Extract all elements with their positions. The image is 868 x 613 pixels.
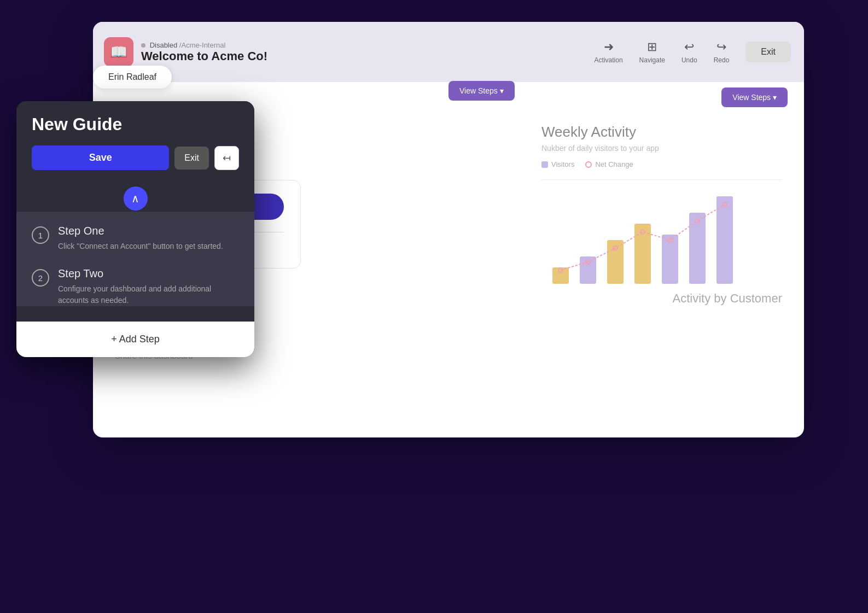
view-steps-button[interactable]: View Steps ▾	[721, 87, 788, 107]
step-two-desc: Configure your dashboard and add additio…	[58, 283, 239, 306]
toggle-chevron-icon: ∧	[131, 192, 139, 205]
activity-by-customer: Activity by Customer	[541, 291, 782, 306]
legend-net-change: Net Change	[585, 160, 633, 168]
activation-label: Activation	[595, 56, 623, 64]
redo-icon: ↪	[716, 40, 726, 54]
redo-label: Redo	[714, 56, 730, 64]
status-text: Disabled	[150, 41, 178, 49]
guide-title: New Guide	[32, 114, 239, 135]
collapse-button[interactable]: ↤	[214, 146, 239, 170]
weekly-activity-subtitle: Nukber of daily visitors to your app	[541, 144, 659, 153]
toolbar-left: 📖 Disabled /Acme-Internal Welcome to Acm…	[104, 37, 267, 67]
step-one-desc: Click "Connect an Account" button to get…	[58, 241, 223, 252]
toolbar-status: Disabled /Acme-Internal	[141, 41, 267, 49]
add-step-button[interactable]: + Add Step	[16, 322, 254, 357]
step-two-title: Step Two	[58, 267, 239, 280]
activation-action[interactable]: ➜ Activation	[595, 40, 623, 64]
app-icon: 📖	[104, 37, 133, 67]
net-change-legend-label: Net Change	[595, 160, 633, 168]
toolbar: 📖 Disabled /Acme-Internal Welcome to Acm…	[93, 22, 804, 82]
step-one-number: 1	[32, 226, 49, 244]
chart-legend: Visitors Net Change	[541, 160, 782, 168]
toolbar-exit-button[interactable]: Exit	[745, 42, 791, 62]
status-dot	[141, 43, 145, 48]
net-change-legend-icon	[585, 161, 592, 168]
step-one-content: Step One Click "Connect an Account" butt…	[58, 225, 223, 252]
visitors-legend-icon	[541, 161, 548, 168]
user-pill: Erin Radleaf	[93, 66, 172, 89]
weekly-activity-title: Weekly Activity	[541, 124, 659, 141]
bar-7	[716, 196, 733, 284]
bar-4	[634, 224, 651, 284]
toolbar-right: ➜ Activation ⊞ Navigate ↩ Undo ↪ Redo Ex…	[595, 40, 791, 64]
dashboard-right: Weekly Activity Nukber of daily visitors…	[541, 124, 782, 366]
guide-actions: Save Exit ↤	[32, 145, 239, 170]
view-steps-container: View Steps ▾	[448, 81, 515, 101]
save-button[interactable]: Save	[32, 145, 169, 170]
undo-action[interactable]: ↩ Undo	[681, 40, 697, 64]
exit-button[interactable]: Exit	[174, 147, 209, 170]
step-two-content: Step Two Configure your dashboard and ad…	[58, 267, 239, 306]
navigate-label: Navigate	[639, 56, 665, 64]
step-two-item: 2 Step Two Configure your dashboard and …	[32, 267, 239, 306]
redo-action[interactable]: ↪ Redo	[714, 40, 730, 64]
legend-visitors: Visitors	[541, 160, 574, 168]
navigate-action[interactable]: ⊞ Navigate	[639, 40, 665, 64]
toolbar-title: Welcome to Acme Co!	[141, 49, 267, 63]
step-one-item: 1 Step One Click "Connect an Account" bu…	[32, 225, 239, 252]
chart-container	[541, 179, 782, 286]
guide-top-section: New Guide Save Exit ↤	[16, 101, 254, 181]
toolbar-title-block: Disabled /Acme-Internal Welcome to Acme …	[141, 41, 267, 63]
bar-2	[580, 256, 596, 284]
collapse-toggle-button[interactable]: ∧	[124, 186, 148, 211]
collapse-icon: ↤	[223, 153, 231, 164]
undo-icon: ↩	[684, 40, 694, 54]
weekly-chart	[541, 185, 760, 284]
step-one-title: Step One	[58, 225, 223, 237]
activation-icon: ➜	[604, 40, 614, 54]
path-text: /Acme-Internal	[179, 41, 226, 49]
collapse-toggle-area: ∧	[16, 181, 254, 212]
user-name: Erin Radleaf	[108, 72, 156, 81]
guide-panel: New Guide Save Exit ↤ ∧ 1 Step One Click…	[16, 101, 254, 357]
step-two-number: 2	[32, 269, 49, 287]
guide-steps-section: 1 Step One Click "Connect an Account" bu…	[16, 212, 254, 306]
undo-label: Undo	[681, 56, 697, 64]
view-steps-button-overlay[interactable]: View Steps ▾	[448, 81, 515, 101]
visitors-legend-label: Visitors	[551, 160, 574, 168]
navigate-icon: ⊞	[647, 40, 657, 54]
